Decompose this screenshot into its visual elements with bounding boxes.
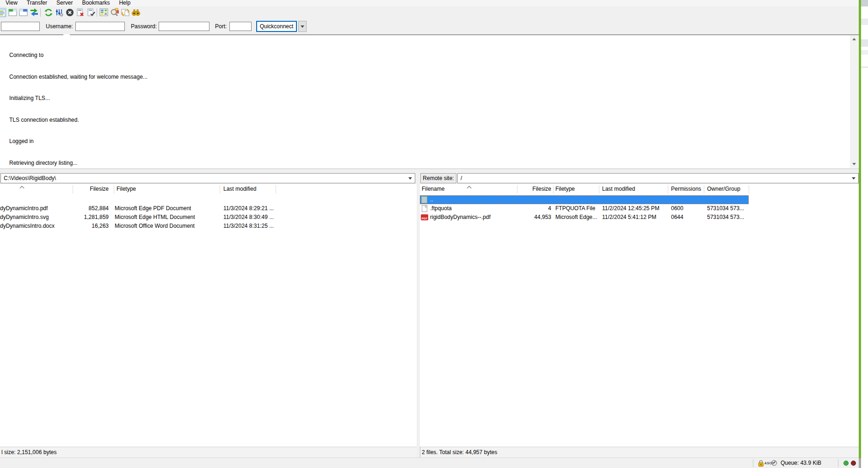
queue-success-indicator[interactable] bbox=[843, 461, 849, 466]
password-input[interactable] bbox=[159, 22, 209, 31]
message-log: Connecting to Connection established, wa… bbox=[0, 35, 859, 169]
filezilla-window: View Transfer Server Bookmarks Help bbox=[0, 0, 859, 468]
file-icon bbox=[422, 205, 427, 212]
file-type: Microsoft Edge HTML Document bbox=[115, 213, 195, 222]
file-owner: 5731034 573... bbox=[707, 204, 744, 213]
file-modified: 11/2/2024 5:41:12 PM bbox=[602, 213, 656, 222]
host-input[interactable] bbox=[1, 22, 40, 31]
speed-limit-gauge-icon[interactable] bbox=[771, 460, 777, 466]
quickconnect-button[interactable]: Quickconnect bbox=[256, 21, 297, 32]
table-row[interactable]: dyDynamicsIntro.docx 16,263 Microsoft Of… bbox=[0, 222, 417, 231]
local-col-filetype[interactable]: Filetype bbox=[117, 186, 136, 192]
remote-col-owner[interactable]: Owner/Group bbox=[707, 186, 740, 192]
log-lines: Connecting to Connection established, wa… bbox=[9, 37, 148, 169]
local-col-modified[interactable]: Last modified bbox=[223, 186, 256, 192]
local-list-header: Filesize Filetype Last modified bbox=[0, 184, 417, 194]
port-input[interactable] bbox=[229, 22, 252, 31]
file-size: 852,884 bbox=[73, 204, 109, 213]
menu-bookmarks[interactable]: Bookmarks bbox=[77, 0, 114, 6]
file-owner: 5731034 573... bbox=[707, 213, 744, 222]
log-line: Connecting to bbox=[9, 52, 148, 59]
file-modified: 11/3/2024 8:31:25 ... bbox=[223, 222, 274, 231]
local-panel: C:\Videos\RigidBody\ Filesize Filetype L… bbox=[0, 172, 417, 468]
find-files-icon[interactable] bbox=[131, 8, 141, 17]
local-path-text: C:\Videos\RigidBody\ bbox=[4, 175, 56, 181]
log-line: Initializing TLS... bbox=[9, 95, 148, 102]
bottom-status-bar: ASCII Queue: 43.9 KiB bbox=[0, 457, 859, 468]
disconnect-icon[interactable] bbox=[76, 8, 85, 17]
username-input[interactable] bbox=[75, 22, 125, 31]
toggle-message-log-icon[interactable] bbox=[8, 8, 18, 17]
menu-bar: View Transfer Server Bookmarks Help bbox=[0, 0, 859, 6]
file-modified: 11/3/2024 8:29:21 ... bbox=[223, 204, 274, 213]
chevron-down-icon bbox=[301, 25, 304, 28]
filter-search-icon[interactable] bbox=[110, 8, 119, 17]
remote-path-text: / bbox=[461, 175, 462, 181]
synchronized-browsing-icon[interactable] bbox=[121, 8, 130, 17]
refresh-icon[interactable] bbox=[44, 8, 53, 17]
table-row-parent-dir-selected[interactable]: .. bbox=[420, 195, 749, 204]
pdf-file-icon: PDF bbox=[421, 214, 428, 220]
file-name: dyDynamicsIntro.docx bbox=[0, 222, 55, 231]
file-permissions: 0600 bbox=[671, 204, 683, 213]
remote-status-text: 2 files. Total size: 44,957 bytes bbox=[420, 447, 859, 457]
remote-list-header: Filename Filesize Filetype Last modified… bbox=[420, 184, 859, 194]
lock-icon bbox=[758, 460, 764, 468]
remote-site-label: Remote site: bbox=[420, 173, 456, 183]
file-name: dyDynamicIntro.svg bbox=[0, 213, 49, 222]
remote-col-filename[interactable]: Filename bbox=[422, 186, 444, 192]
cancel-operation-icon[interactable] bbox=[65, 8, 74, 17]
menu-view[interactable]: View bbox=[1, 0, 22, 6]
screenshot-root: View Transfer Server Bookmarks Help bbox=[0, 0, 868, 468]
toggle-transfer-queue-icon[interactable] bbox=[30, 8, 39, 17]
quickconnect-dropdown-button[interactable] bbox=[298, 21, 307, 32]
file-size: 16,263 bbox=[73, 222, 109, 231]
chevron-down-icon bbox=[852, 177, 856, 180]
log-scrollbar[interactable] bbox=[850, 35, 858, 168]
remote-col-filetype[interactable]: Filetype bbox=[555, 186, 575, 192]
site-manager-icon[interactable] bbox=[0, 8, 6, 17]
log-line: TLS connection established. bbox=[9, 117, 148, 124]
file-modified: 11/2/2024 12:45:25 PM bbox=[602, 204, 659, 213]
file-type: Microsoft Office Word Document bbox=[115, 222, 195, 231]
background-app-sliver bbox=[861, 0, 868, 468]
reconnect-icon[interactable] bbox=[86, 8, 96, 17]
compare-directories-icon[interactable] bbox=[99, 8, 109, 17]
local-file-list: Filesize Filetype Last modified dyDynami… bbox=[0, 184, 417, 447]
file-type: Microsoft Edge... bbox=[555, 213, 597, 222]
toolbar-separator bbox=[40, 8, 41, 17]
file-name: rigidBodyDynamics--.pdf bbox=[430, 213, 491, 222]
password-label: Password: bbox=[131, 23, 157, 30]
local-path-combo[interactable]: C:\Videos\RigidBody\ bbox=[0, 173, 415, 183]
file-modified: 11/3/2024 8:30:49 ... bbox=[223, 213, 274, 222]
table-row[interactable]: dyDynamicIntro.pdf 852,884 Microsoft Edg… bbox=[0, 204, 417, 213]
toolbar-separator bbox=[97, 8, 97, 17]
scroll-down-icon[interactable] bbox=[852, 163, 856, 165]
table-row[interactable]: .ftpquota 4 FTPQUOTA File 11/2/2024 12:4… bbox=[420, 204, 859, 213]
remote-path-combo[interactable]: / bbox=[457, 173, 859, 183]
local-col-filesize[interactable]: Filesize bbox=[73, 186, 109, 192]
file-name: .. bbox=[430, 195, 433, 204]
menu-server[interactable]: Server bbox=[52, 0, 77, 6]
menu-help[interactable]: Help bbox=[114, 0, 135, 6]
local-status-text: l size: 2,151,006 bytes bbox=[0, 447, 417, 457]
scroll-up-icon[interactable] bbox=[852, 38, 856, 40]
remote-panel: Remote site: / Filename Filesize Filetyp… bbox=[420, 172, 859, 468]
remote-col-modified[interactable]: Last modified bbox=[602, 186, 635, 192]
menu-transfer[interactable]: Transfer bbox=[22, 0, 52, 6]
remote-col-permissions[interactable]: Permissions bbox=[671, 186, 701, 192]
file-type: FTPQUOTA File bbox=[555, 204, 595, 213]
process-queue-icon[interactable] bbox=[55, 8, 64, 17]
table-row[interactable]: dyDynamicIntro.svg 1,281,859 Microsoft E… bbox=[0, 213, 417, 222]
toggle-directory-tree-icon[interactable] bbox=[19, 8, 28, 17]
table-row[interactable]: PDF rigidBodyDynamics--.pdf 44,953 Micro… bbox=[420, 213, 859, 222]
file-size: 44,953 bbox=[517, 213, 551, 222]
remote-col-filesize[interactable]: Filesize bbox=[517, 186, 551, 192]
file-size: 4 bbox=[517, 204, 551, 213]
queue-failed-indicator[interactable] bbox=[851, 461, 856, 466]
log-line: Retrieving directory listing... bbox=[9, 160, 148, 167]
chevron-down-icon bbox=[408, 177, 412, 180]
sort-ascending-icon bbox=[467, 186, 472, 191]
log-line: Logged in bbox=[9, 138, 148, 145]
file-type: Microsoft Edge PDF Document bbox=[115, 204, 191, 213]
